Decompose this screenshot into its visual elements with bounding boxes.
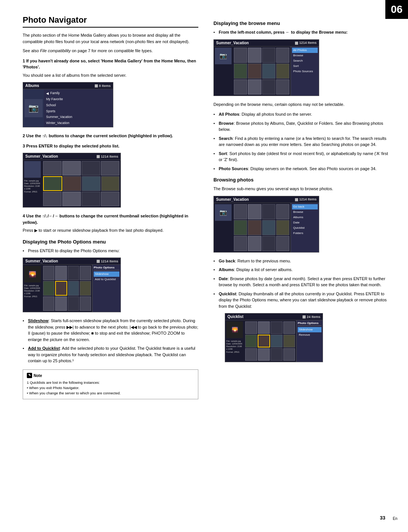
browsing-screen: Summer_Vacation 1214 Items 📷 xyxy=(213,196,319,253)
bm-count: 1214 Items xyxy=(295,41,317,45)
file-compat-link: File compatibility xyxy=(40,48,71,53)
browse-bullet: • Browse: Browse photos by Albums, Date,… xyxy=(213,120,389,133)
note-item1: • When you exit Photo Navigator. xyxy=(27,385,194,391)
po-menu-slideshow: Slideshow xyxy=(94,271,119,277)
browse-menu-screen: Summer_Vacation 1214 Items 📷 xyxy=(213,39,319,96)
page-en: En xyxy=(393,516,397,521)
slideshow-label: Slideshow xyxy=(28,318,48,323)
bm-sort: Sort xyxy=(292,64,318,69)
browsing-intro: The Browse sub-menu gives you several wa… xyxy=(213,186,389,192)
po-count: 1214 Items xyxy=(96,259,118,263)
step3-heading: 3 Press ENTER to display the selected ph… xyxy=(23,143,198,149)
albums-screen: Albums 8 Items 📷 ◀ Family xyxy=(23,82,113,127)
ql-menu-header: Photo Options xyxy=(298,321,321,326)
chapter-number: 06 xyxy=(391,3,402,16)
quicklist-bullet: • Add to Quicklist: Add the selected pho… xyxy=(23,345,198,364)
step2-heading: 2 Use the ↑/↓ buttons to change the curr… xyxy=(23,133,198,139)
chapter-badge: 06 xyxy=(385,0,408,19)
bp-date: Date xyxy=(292,220,318,225)
step4-heading: 4 Use the ↑/↓/←/→ buttons to change the … xyxy=(23,213,198,225)
photosources-bullet: • Photo Sources: Display servers on the … xyxy=(213,166,389,172)
po-sv-title: Summer_Vacation xyxy=(25,259,58,263)
allphotos-bullet: • All Photos: Display all photos found o… xyxy=(213,111,389,118)
po-menu-header: Photo Options xyxy=(94,266,119,270)
see-also-text: See also File compatibility on page 7 fo… xyxy=(23,48,198,54)
page-title: Photo Navigator xyxy=(23,15,198,28)
photo-options-instruction: • Press ENTER to display the Photo Optio… xyxy=(23,248,198,254)
note-item2: • When you change the server to which yo… xyxy=(27,391,194,396)
bp-goback: Go back xyxy=(292,204,318,209)
ql-remove: Remove xyxy=(298,332,321,338)
bp-browse: Browse xyxy=(292,209,318,215)
sv-title: Summer_Vacation xyxy=(25,154,58,158)
step1-sub: You should see a list of albums from the… xyxy=(23,72,198,79)
albums-bullet: • Albums: Display a list of server album… xyxy=(213,267,389,273)
summer-vacation-screen: Summer_Vacation 1214 Items File: sample.… xyxy=(23,153,121,208)
albums-count: 8 Items xyxy=(94,84,111,88)
note-box: ✎ Note 1 Quicklists are lost in the foll… xyxy=(23,369,198,400)
left-column: Photo Navigator The photo section of the… xyxy=(23,15,198,399)
search-bullet: • Search: Find a photo by entering a nam… xyxy=(213,135,389,148)
note-icon: ✎ xyxy=(27,373,32,378)
note-footnote: 1 Quicklists are lost in the following i… xyxy=(27,380,194,385)
quicklist-screen: Quicklist 24 Items 🌄 File: sample.jpg Da… xyxy=(225,313,323,362)
step1-heading: 1 If you haven't already done so, select… xyxy=(23,58,198,70)
note-title-text: Note xyxy=(34,373,42,378)
sv-count: 1214 Items xyxy=(96,154,118,158)
bp-folders: Folders xyxy=(292,231,318,236)
ql-title: Quicklist xyxy=(227,315,243,319)
browse-menu-title: Displaying the browse menu xyxy=(213,20,389,26)
photo-options-title: Displaying the Photo Options menu xyxy=(23,239,198,245)
bp-title: Summer_Vacation xyxy=(216,197,249,202)
po-menu-quicklist: Add to Quicklist xyxy=(94,277,119,282)
step1-number: 1 xyxy=(23,59,25,63)
browse-menu-instruction: • From the left-most column, press ← to … xyxy=(213,29,389,36)
ql-count: 24 Items xyxy=(302,315,320,319)
right-column: Displaying the browse menu • From the le… xyxy=(213,15,389,399)
bp-albums: Albums xyxy=(292,215,318,220)
bp-quicklist: Quicklist xyxy=(292,225,318,231)
ql-slideshow: Slideshow xyxy=(298,327,321,332)
photo-options-screen: Summer_Vacation 1214 Items 🌄 File: sampl… xyxy=(23,257,121,312)
bm-title: Summer_Vacation xyxy=(216,41,249,45)
bm-search: Search xyxy=(292,58,318,64)
slideshow-bullet: • Slideshow: Starts full-screen slidesho… xyxy=(23,318,198,343)
page-number: 33 xyxy=(380,515,385,521)
goback-bullet: • Go back: Return to the previous menu. xyxy=(213,258,389,264)
quicklist-browse-bullet: • Quicklist: Display thumbnails of all t… xyxy=(213,291,389,310)
addquicklist-label: Add to Quicklist xyxy=(28,346,60,351)
bm-all-photos: All Photos xyxy=(292,48,318,53)
browsing-photos-title: Browsing photos xyxy=(213,177,389,183)
sort-bullet: • Sort: Sort photos by date (oldest firs… xyxy=(213,150,389,163)
bp-count: 1214 Items xyxy=(295,197,317,202)
bm-browse: Browse xyxy=(292,53,318,58)
browse-note: Depending on the browse menu, certain op… xyxy=(213,101,389,108)
albums-title: Albums xyxy=(25,84,39,88)
intro-text: The photo section of the Home Media Gall… xyxy=(23,32,198,45)
step4-sub: Press ▶ to start or resume slideshow pla… xyxy=(23,227,198,234)
bm-sources: Photo Sources xyxy=(292,69,318,74)
date-bullet: • Date: Browse photos by date (year and … xyxy=(213,276,389,288)
